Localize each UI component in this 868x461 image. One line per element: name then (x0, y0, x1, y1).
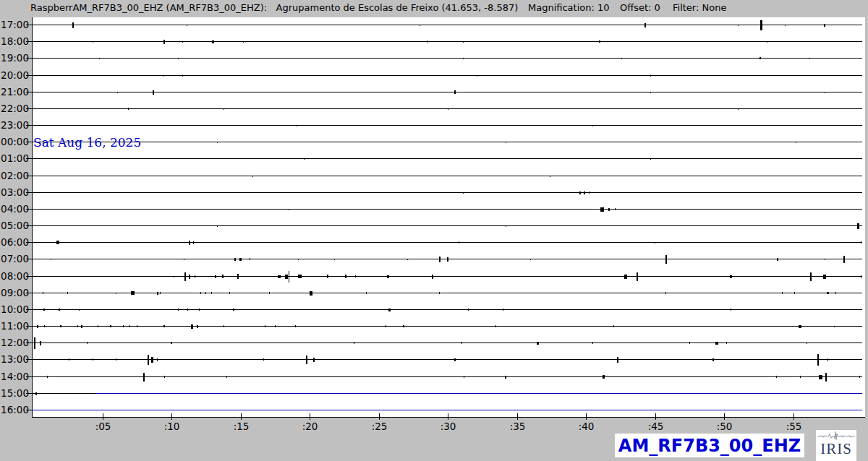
x-axis-label: :10 (164, 421, 180, 432)
x-axis-label: :45 (648, 421, 664, 432)
y-axis-label: 18:00 (1, 35, 29, 47)
x-axis-label: :55 (786, 421, 802, 432)
y-axis-label: 06:00 (1, 236, 29, 248)
y-axis-label: 10:00 (1, 303, 29, 315)
iris-logo-text: IRIS (820, 441, 852, 457)
y-axis-label: 08:00 (1, 270, 29, 282)
y-axis-label: 23:00 (1, 119, 29, 131)
station-code-label: AM_RF7B3_00_EHZ (618, 436, 801, 456)
y-axis-label: 04:00 (1, 203, 29, 215)
y-axis-label: 11:00 (1, 320, 29, 332)
y-axis-label: 09:00 (1, 287, 29, 298)
y-axis-label: 03:00 (1, 186, 29, 198)
x-axis-label: :05 (95, 421, 111, 432)
x-axis-label: :50 (717, 421, 733, 432)
x-axis-label: :40 (579, 421, 595, 432)
y-axis-label: 13:00 (1, 353, 29, 365)
y-axis-label: 17:00 (1, 19, 29, 30)
plot-background (32, 17, 865, 417)
x-axis-label: :35 (510, 421, 526, 432)
y-axis-label: 20:00 (1, 69, 29, 81)
y-axis-label: 01:00 (1, 152, 29, 164)
y-axis-label: 14:00 (1, 371, 29, 382)
x-axis-label: :15 (234, 421, 250, 432)
iris-logo: IRIS (816, 430, 856, 461)
helicorder-plot: :05:10:15:20:25:30:35:40:45:50:5517:0018… (0, 0, 868, 461)
y-axis-label: 21:00 (1, 86, 29, 98)
y-axis-label: 00:00 (1, 136, 29, 147)
y-axis-label: 19:00 (1, 52, 29, 64)
helicorder-window: RaspberrAM_RF7B3_00_EHZ (AM_RF7B3_00_EHZ… (0, 0, 868, 461)
x-axis-label: :20 (302, 421, 318, 432)
y-axis-label: 16:00 (1, 404, 29, 415)
y-axis-label: 22:00 (1, 103, 29, 114)
x-axis-label: :25 (372, 421, 388, 432)
y-axis-label: 02:00 (1, 170, 29, 181)
y-axis-label: 15:00 (1, 387, 29, 399)
y-axis-label: 07:00 (1, 253, 29, 264)
x-axis-label: :30 (441, 421, 456, 432)
date-label: Sat Aug 16, 2025 (33, 135, 141, 150)
y-axis-label: 05:00 (1, 220, 29, 231)
y-axis-label: 12:00 (1, 337, 29, 348)
station-code-box: AM_RF7B3_00_EHZ (615, 434, 804, 457)
